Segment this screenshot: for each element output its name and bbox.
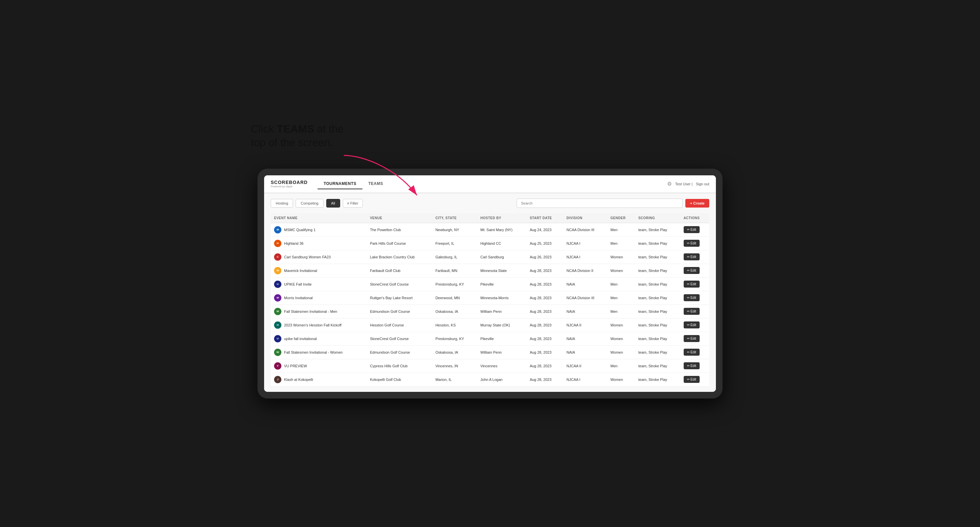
cell-start-date: Aug 25, 2023 bbox=[527, 237, 563, 250]
col-event-name: EVENT NAME bbox=[271, 213, 367, 223]
cell-city-state: Faribault, MN bbox=[432, 264, 477, 277]
tournaments-table: EVENT NAME VENUE CITY, STATE HOSTED BY S… bbox=[271, 213, 709, 387]
cell-event-name: H 2023 Women's Hesston Fall Kickoff bbox=[271, 318, 367, 332]
cell-hosted-by: John A Logan bbox=[477, 373, 527, 386]
cell-event-name: W Fall Statesmen Invitational - Men bbox=[271, 305, 367, 318]
cell-city-state: Oskaloosa, IA bbox=[432, 345, 477, 359]
logo-title: SCOREBOARD bbox=[271, 179, 308, 185]
cell-division: NJCAA II bbox=[563, 318, 607, 332]
filter-icon-btn[interactable]: ≡ Filter bbox=[343, 199, 363, 208]
cell-scoring: team, Stroke Play bbox=[635, 345, 680, 359]
event-name-text: Klash at Kokopelli bbox=[284, 378, 313, 381]
col-start-date: START DATE bbox=[527, 213, 563, 223]
cell-hosted-by: Minnesota-Morris bbox=[477, 291, 527, 305]
cell-actions: ✏ Edit bbox=[680, 264, 709, 277]
cell-scoring: team, Stroke Play bbox=[635, 264, 680, 277]
table-row: M Morris Invitational Ruttger's Bay Lake… bbox=[271, 291, 709, 305]
cell-gender: Men bbox=[607, 277, 635, 291]
cell-hosted-by: Highland CC bbox=[477, 237, 527, 250]
cell-start-date: Aug 28, 2023 bbox=[527, 332, 563, 345]
team-logo: M bbox=[274, 267, 282, 274]
table-row: H Highland 36 Park Hills Golf Course Fre… bbox=[271, 237, 709, 250]
cell-start-date: Aug 26, 2023 bbox=[527, 250, 563, 264]
cell-hosted-by: Vincennes bbox=[477, 359, 527, 373]
competing-filter-btn[interactable]: Competing bbox=[296, 199, 323, 208]
cell-event-name: V VU PREVIEW bbox=[271, 359, 367, 373]
search-input[interactable] bbox=[517, 198, 682, 208]
cell-division: NJCAA I bbox=[563, 237, 607, 250]
edit-button[interactable]: ✏ Edit bbox=[684, 281, 700, 287]
cell-gender: Women bbox=[607, 318, 635, 332]
tab-teams[interactable]: TEAMS bbox=[363, 179, 389, 189]
cell-hosted-by: William Penn bbox=[477, 345, 527, 359]
col-actions: ACTIONS bbox=[680, 213, 709, 223]
cell-gender: Men bbox=[607, 237, 635, 250]
cell-event-name: J Klash at Kokopelli bbox=[271, 373, 367, 386]
cell-gender: Men bbox=[607, 223, 635, 237]
cell-venue: StoneCrest Golf Course bbox=[367, 277, 432, 291]
team-logo: H bbox=[274, 240, 282, 247]
table-row: H 2023 Women's Hesston Fall Kickoff Hess… bbox=[271, 318, 709, 332]
cell-actions: ✏ Edit bbox=[680, 237, 709, 250]
team-logo: U bbox=[274, 281, 282, 288]
cell-hosted-by: Pikeville bbox=[477, 332, 527, 345]
cell-city-state: Deerwood, MN bbox=[432, 291, 477, 305]
cell-start-date: Aug 28, 2023 bbox=[527, 277, 563, 291]
cell-actions: ✏ Edit bbox=[680, 373, 709, 386]
cell-division: NAIA bbox=[563, 305, 607, 318]
hosting-filter-btn[interactable]: Hosting bbox=[271, 199, 293, 208]
cell-start-date: Aug 28, 2023 bbox=[527, 373, 563, 386]
col-scoring: SCORING bbox=[635, 213, 680, 223]
edit-button[interactable]: ✏ Edit bbox=[684, 349, 700, 356]
cell-actions: ✏ Edit bbox=[680, 332, 709, 345]
all-filter-btn[interactable]: All bbox=[326, 199, 340, 208]
cell-start-date: Aug 28, 2023 bbox=[527, 318, 563, 332]
event-name-text: VU PREVIEW bbox=[284, 364, 307, 368]
table-row: J Klash at Kokopelli Kokopelli Golf Club… bbox=[271, 373, 709, 386]
cell-city-state: Vincennes, IN bbox=[432, 359, 477, 373]
tab-tournaments[interactable]: TOURNAMENTS bbox=[318, 179, 363, 189]
cell-gender: Women bbox=[607, 250, 635, 264]
edit-button[interactable]: ✏ Edit bbox=[684, 253, 700, 260]
table-row: U upike fall invitational StoneCrest Gol… bbox=[271, 332, 709, 345]
cell-scoring: team, Stroke Play bbox=[635, 250, 680, 264]
cell-venue: Cypress Hills Golf Club bbox=[367, 359, 432, 373]
edit-button[interactable]: ✏ Edit bbox=[684, 335, 700, 342]
cell-venue: Lake Bracken Country Club bbox=[367, 250, 432, 264]
cell-city-state: Freeport, IL bbox=[432, 237, 477, 250]
col-hosted-by: HOSTED BY bbox=[477, 213, 527, 223]
event-name-text: Fall Statesmen Invitational - Women bbox=[284, 350, 342, 354]
edit-button[interactable]: ✏ Edit bbox=[684, 376, 700, 383]
cell-hosted-by: Mt. Saint Mary (NY) bbox=[477, 223, 527, 237]
edit-button[interactable]: ✏ Edit bbox=[684, 240, 700, 247]
cell-venue: The Powelton Club bbox=[367, 223, 432, 237]
team-logo: C bbox=[274, 253, 282, 261]
edit-button[interactable]: ✏ Edit bbox=[684, 267, 700, 274]
cell-division: NAIA bbox=[563, 277, 607, 291]
cell-gender: Men bbox=[607, 305, 635, 318]
edit-button[interactable]: ✏ Edit bbox=[684, 226, 700, 233]
cell-venue: Park Hills Golf Course bbox=[367, 237, 432, 250]
cell-actions: ✏ Edit bbox=[680, 318, 709, 332]
cell-scoring: team, Stroke Play bbox=[635, 305, 680, 318]
cell-division: NJCAA I bbox=[563, 250, 607, 264]
edit-button[interactable]: ✏ Edit bbox=[684, 308, 700, 315]
cell-gender: Men bbox=[607, 291, 635, 305]
page-wrapper: Click TEAMS at thetop of the screen. SCO… bbox=[258, 129, 722, 398]
gear-icon[interactable]: ⚙ bbox=[667, 181, 672, 187]
table-row: M Maverick Invitational Faribault Golf C… bbox=[271, 264, 709, 277]
cell-start-date: Aug 28, 2023 bbox=[527, 359, 563, 373]
edit-button[interactable]: ✏ Edit bbox=[684, 321, 700, 329]
logo-subtitle: Powered by clippit bbox=[271, 185, 308, 188]
cell-actions: ✏ Edit bbox=[680, 223, 709, 237]
create-button[interactable]: + Create bbox=[685, 199, 709, 208]
cell-event-name: U upike fall invitational bbox=[271, 332, 367, 345]
edit-button[interactable]: ✏ Edit bbox=[684, 362, 700, 369]
cell-hosted-by: William Penn bbox=[477, 305, 527, 318]
event-name-text: MSMC Qualifying 1 bbox=[284, 228, 316, 232]
cell-venue: Faribault Golf Club bbox=[367, 264, 432, 277]
cell-division: NAIA bbox=[563, 345, 607, 359]
sign-out-link[interactable]: Sign out bbox=[696, 182, 709, 186]
cell-division: NJCAA II bbox=[563, 359, 607, 373]
edit-button[interactable]: ✏ Edit bbox=[684, 294, 700, 301]
